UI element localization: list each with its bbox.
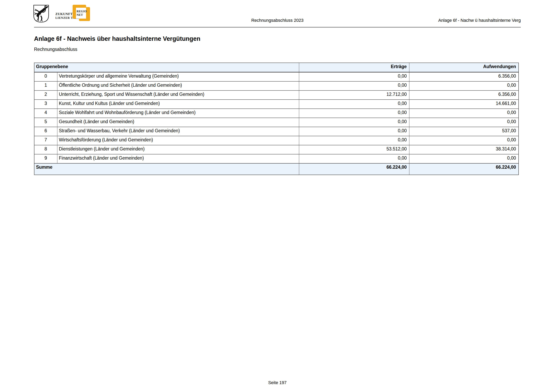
- ertraege-value-cell: 0,00: [299, 127, 409, 136]
- page-title: Anlage 6f - Nachweis über haushaltsinter…: [34, 35, 201, 42]
- aufwendungen-value-cell: 38.314,00: [409, 145, 519, 154]
- aufwendungen-value-cell: 0,00: [409, 81, 519, 91]
- table-header: Gruppenebene Erträge Aufwendungen: [34, 63, 519, 72]
- group-code-cell: 0: [34, 72, 57, 82]
- group-code-cell: 6: [34, 127, 57, 136]
- ertraege-value-cell: 0,00: [299, 136, 409, 145]
- group-code-cell: 7: [34, 136, 57, 145]
- summary-ertraege-value: 66.224,00: [299, 163, 409, 175]
- table-row: 7 Wirtschaftsförderung (Länder und Gemei…: [34, 136, 519, 145]
- group-code-cell: 2: [34, 91, 57, 100]
- group-code-cell: 3: [34, 100, 57, 109]
- group-label-cell: Straßen- und Wasserbau, Verkehr (Länder …: [57, 127, 299, 136]
- table-footer: Summe 66.224,00 66.224,00: [34, 163, 519, 175]
- ertraege-value-cell: 12.712,00: [299, 91, 409, 100]
- column-header-ertraege: Erträge: [299, 63, 409, 72]
- aufwendungen-value-cell: 6.356,00: [409, 91, 519, 100]
- page-header: ZUKUNFTSRAUM® LIENZER TALBODEN REGIO NET…: [34, 0, 521, 28]
- aufwendungen-value-cell: 0,00: [409, 154, 519, 163]
- table-row: 6 Straßen- und Wasserbau, Verkehr (Lände…: [34, 127, 519, 136]
- group-label-cell: Gesundheit (Länder und Gemeinden): [57, 118, 299, 127]
- ertraege-value-cell: 0,00: [299, 81, 409, 91]
- table-row: 8 Dienstleistungen (Länder und Gemeinden…: [34, 145, 519, 154]
- coat-of-arms-logo: [33, 4, 49, 23]
- ertraege-value-cell: 53.512,00: [299, 145, 409, 154]
- group-label-cell: Dienstleistungen (Länder und Gemeinden): [57, 145, 299, 154]
- regionet-text-line1: REGIO: [76, 10, 87, 13]
- table-row: 0 Vertretungskörper und allgemeine Verwa…: [34, 72, 519, 82]
- group-label-cell: Vertretungskörper und allgemeine Verwalt…: [57, 72, 299, 82]
- brand-zukunfts: ZUKUNFTS: [55, 12, 75, 16]
- aufwendungen-value-cell: 0,00: [409, 109, 519, 118]
- regionet-text-line2: NET: [76, 13, 83, 16]
- aufwendungen-value-cell: 0,00: [409, 136, 519, 145]
- aufwendungen-value-cell: 14.661,00: [409, 100, 519, 109]
- table-row: 1 Öffentliche Ordnung und Sicherheit (Lä…: [34, 81, 519, 91]
- table-row: 9 Finanzwirtschaft (Länder und Gemeinden…: [34, 154, 519, 163]
- group-label-cell: Unterricht, Erziehung, Sport und Wissens…: [57, 91, 299, 100]
- group-label-cell: Öffentliche Ordnung und Sicherheit (Länd…: [57, 81, 299, 91]
- summary-label: Summe: [34, 163, 299, 175]
- aufwendungen-value-cell: 0,00: [409, 118, 519, 127]
- group-code-cell: 8: [34, 145, 57, 154]
- page-subtitle: Rechnungsabschluss: [34, 47, 77, 52]
- table-row: 5 Gesundheit (Länder und Gemeinden) 0,00…: [34, 118, 519, 127]
- group-code-cell: 5: [34, 118, 57, 127]
- group-label-cell: Finanzwirtschaft (Länder und Gemeinden): [57, 154, 299, 163]
- ertraege-value-cell: 0,00: [299, 72, 409, 82]
- summary-aufwendungen-value: 66.224,00: [409, 163, 519, 175]
- column-header-aufwendungen: Aufwendungen: [409, 63, 519, 72]
- ertraege-value-cell: 0,00: [299, 118, 409, 127]
- aufwendungen-value-cell: 6.356,00: [409, 72, 519, 82]
- document-page: ZUKUNFTSRAUM® LIENZER TALBODEN REGIO NET…: [0, 0, 554, 392]
- column-header-gruppenebene: Gruppenebene: [34, 63, 299, 72]
- group-label-cell: Wirtschaftsförderung (Länder und Gemeind…: [57, 136, 299, 145]
- group-code-cell: 1: [34, 81, 57, 91]
- ertraege-value-cell: 0,00: [299, 100, 409, 109]
- header-divider: [34, 27, 521, 28]
- ertraege-value-cell: 0,00: [299, 109, 409, 118]
- group-label-cell: Soziale Wohlfahrt und Wohnbauförderung (…: [57, 109, 299, 118]
- group-label-cell: Kunst, Kultur und Kultus (Länder und Gem…: [57, 100, 299, 109]
- regionet-logo: REGIO NET: [73, 5, 91, 22]
- running-header-center: Rechnungsabschluss 2023: [251, 18, 304, 23]
- group-code-cell: 4: [34, 109, 57, 118]
- vergutungen-table: Gruppenebene Erträge Aufwendungen 0 Vert…: [34, 63, 519, 175]
- ertraege-value-cell: 0,00: [299, 154, 409, 163]
- table-body: 0 Vertretungskörper und allgemeine Verwa…: [34, 72, 519, 163]
- page-number: Seite 197: [34, 380, 521, 385]
- summary-row: Summe 66.224,00 66.224,00: [34, 163, 519, 175]
- table-row: 4 Soziale Wohlfahrt und Wohnbauförderung…: [34, 109, 519, 118]
- table-row: 3 Kunst, Kultur und Kultus (Länder und G…: [34, 100, 519, 109]
- running-header-right: Anlage 6f - Nachw ü haushaltsinterne Ver…: [438, 18, 521, 23]
- group-code-cell: 9: [34, 154, 57, 163]
- table-row: 2 Unterricht, Erziehung, Sport und Wisse…: [34, 91, 519, 100]
- aufwendungen-value-cell: 537,00: [409, 127, 519, 136]
